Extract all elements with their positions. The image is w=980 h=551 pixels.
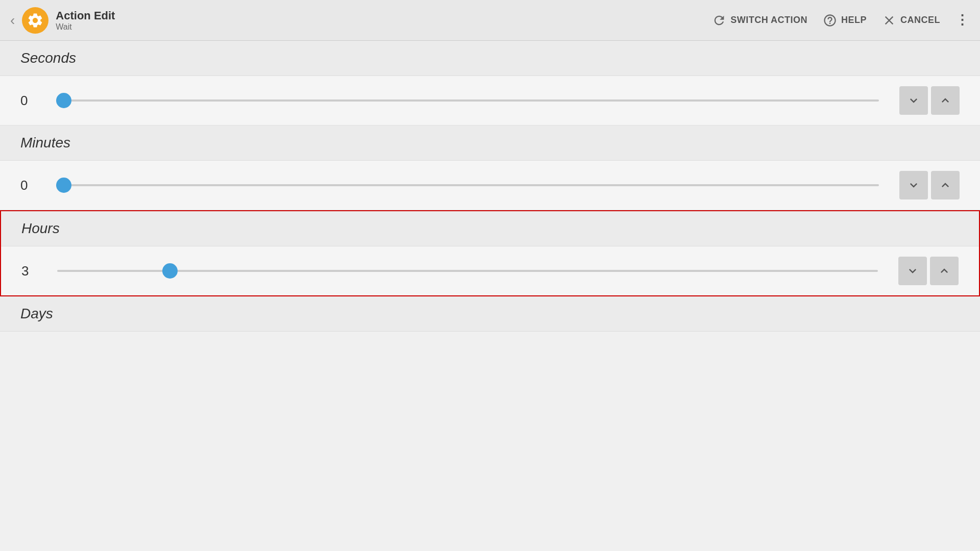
minutes-btn-group: [899, 171, 960, 199]
switch-action-label: SWITCH ACTION: [730, 15, 807, 26]
minutes-section: Minutes 0: [0, 126, 980, 210]
seconds-slider-container: [56, 99, 879, 102]
seconds-btn-group: [899, 86, 960, 115]
seconds-label: Seconds: [20, 50, 76, 66]
help-label: HELP: [841, 15, 867, 26]
minutes-section-header: Minutes: [0, 126, 980, 161]
header-left: ‹ Action Edit Wait: [10, 7, 712, 34]
header-title-group: Action Edit Wait: [56, 9, 115, 32]
seconds-slider[interactable]: [56, 99, 879, 102]
chevron-up-icon: [938, 93, 952, 108]
chevron-up-icon: [937, 264, 951, 278]
days-section-header: Days: [0, 296, 980, 332]
hours-btn-group: [898, 257, 959, 285]
seconds-slider-row: 0: [0, 76, 980, 126]
minutes-slider[interactable]: [56, 184, 879, 186]
chevron-down-icon: [906, 93, 921, 108]
switch-action-button[interactable]: SWITCH ACTION: [712, 13, 807, 28]
header-title: Action Edit: [56, 9, 115, 22]
days-section: Days: [0, 296, 980, 332]
gear-svg: [27, 12, 44, 29]
minutes-decrement-button[interactable]: [899, 171, 928, 199]
content: Seconds 0 Minut: [0, 41, 980, 332]
chevron-down-icon: [905, 264, 920, 278]
header-right: SWITCH ACTION HELP CANCEL ⋮: [712, 12, 970, 28]
cancel-label: CANCEL: [900, 15, 940, 26]
cancel-icon: [882, 13, 896, 28]
gear-icon: [22, 7, 48, 34]
minutes-label: Minutes: [20, 135, 70, 151]
more-options-icon[interactable]: ⋮: [955, 12, 970, 28]
header-subtitle: Wait: [56, 22, 115, 32]
chevron-up-icon: [938, 178, 952, 192]
minutes-slider-row: 0: [0, 161, 980, 210]
seconds-section: Seconds 0: [0, 41, 980, 126]
chevron-down-icon: [906, 178, 921, 192]
header: ‹ Action Edit Wait SWITCH ACTION HELP: [0, 0, 980, 41]
hours-slider-row: 3: [1, 246, 979, 295]
switch-action-icon: [712, 13, 726, 28]
hours-slider[interactable]: [57, 270, 878, 272]
seconds-increment-button[interactable]: [931, 86, 960, 115]
hours-slider-container: [57, 270, 878, 272]
minutes-value: 0: [20, 178, 46, 193]
minutes-slider-container: [56, 184, 879, 186]
hours-decrement-button[interactable]: [898, 257, 927, 285]
seconds-decrement-button[interactable]: [899, 86, 928, 115]
hours-section-header: Hours: [1, 211, 979, 246]
minutes-increment-button[interactable]: [931, 171, 960, 199]
seconds-value: 0: [20, 93, 46, 109]
seconds-section-header: Seconds: [0, 41, 980, 76]
hours-increment-button[interactable]: [930, 257, 959, 285]
hours-label: Hours: [21, 220, 60, 236]
cancel-button[interactable]: CANCEL: [882, 13, 940, 28]
help-button[interactable]: HELP: [823, 13, 867, 28]
hours-value: 3: [21, 263, 47, 279]
hours-section: Hours 3: [0, 210, 980, 296]
help-icon: [823, 13, 837, 28]
back-arrow-icon[interactable]: ‹: [10, 12, 15, 29]
days-label: Days: [20, 306, 53, 321]
